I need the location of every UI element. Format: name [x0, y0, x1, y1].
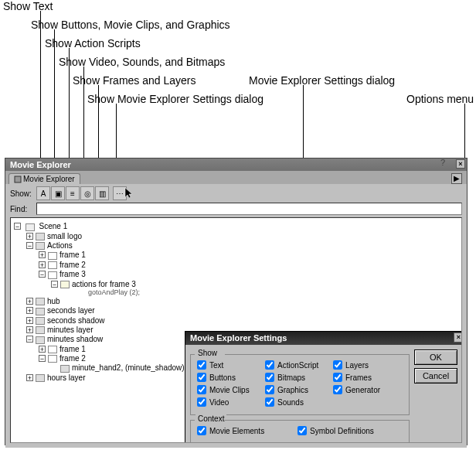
scene-icon [26, 223, 35, 231]
find-input[interactable] [36, 203, 462, 215]
tree-label: frame 1 [60, 345, 86, 353]
check-graphics[interactable]: Graphics [265, 385, 333, 394]
check-buttons-box[interactable] [197, 373, 206, 382]
check-generator-box[interactable] [333, 385, 342, 394]
symbol-icon [36, 233, 45, 240]
layer-icon [36, 298, 45, 305]
check-movie-elements-box[interactable] [197, 426, 206, 435]
check-sounds[interactable]: Sounds [265, 397, 333, 407]
show-symbols-button[interactable]: ▣ [51, 186, 65, 200]
dialog-left-column: Show Text ActionScript Layers Buttons Bi… [190, 349, 410, 443]
check-label: Bitmaps [277, 373, 305, 382]
ok-button[interactable]: OK [414, 349, 457, 365]
expand-icon[interactable]: + [39, 346, 46, 353]
movie-explorer-tab-icon [14, 176, 22, 183]
check-sounds-box[interactable] [265, 397, 274, 407]
expand-icon[interactable]: + [26, 317, 33, 324]
layer-icon [36, 326, 45, 334]
tree-label: Scene 1 [39, 222, 68, 230]
layer-icon [36, 242, 45, 250]
frame-icon [48, 271, 57, 279]
check-generator[interactable]: Generator [333, 385, 401, 394]
check-symbol-definitions-box[interactable] [298, 426, 307, 435]
callout-settings-dialog: Movie Explorer Settings dialog [249, 74, 395, 87]
check-bitmaps-box[interactable] [265, 373, 274, 382]
cancel-button[interactable]: Cancel [414, 368, 457, 384]
check-frames-box[interactable] [333, 373, 342, 382]
check-movie-clips-box[interactable] [197, 385, 206, 394]
symbols-icon: ▣ [55, 189, 62, 198]
callout-show-settings: Show Movie Explorer Settings dialog [87, 93, 264, 105]
check-movie-elements[interactable]: Movie Elements [197, 426, 298, 435]
expand-icon[interactable]: + [26, 307, 33, 314]
expand-icon[interactable]: + [39, 251, 46, 258]
collapse-icon[interactable]: − [14, 223, 21, 230]
options-menu-button[interactable]: ▶ [451, 173, 462, 184]
show-checks: Text ActionScript Layers Buttons Bitmaps… [197, 359, 403, 408]
collapse-icon[interactable]: − [26, 336, 33, 343]
help-icon[interactable]: ? [437, 158, 448, 169]
check-label: Text [209, 361, 223, 370]
show-media-button[interactable]: ◎ [80, 186, 94, 200]
tab-label: Movie Explorer [23, 175, 75, 183]
expand-icon[interactable]: + [26, 233, 33, 240]
check-actionscript[interactable]: ActionScript [265, 360, 333, 370]
show-text-button[interactable]: A [36, 186, 50, 200]
tree-node[interactable]: +seconds shadow [26, 316, 458, 325]
check-graphics-box[interactable] [265, 385, 274, 394]
frames-icon: ▥ [99, 189, 106, 198]
cancel-label: Cancel [423, 371, 449, 380]
expand-icon[interactable]: + [39, 261, 46, 268]
check-label: Buttons [209, 373, 236, 382]
collapse-icon[interactable]: − [51, 281, 58, 288]
dialog-close-button[interactable]: × [454, 332, 462, 343]
show-label: Show: [10, 189, 36, 198]
tree-node-actions-frame3[interactable]: −actions for frame 3 gotoAndPlay (2); [51, 280, 458, 296]
tree-node[interactable]: +frame 2 [39, 261, 458, 269]
show-frames-button[interactable]: ▥ [95, 186, 109, 200]
check-text-box[interactable] [197, 360, 206, 370]
check-label: Graphics [277, 386, 308, 394]
show-scripts-button[interactable]: ≡ [66, 186, 80, 200]
check-label: Layers [345, 361, 369, 370]
expand-icon[interactable]: + [26, 326, 33, 333]
panel-close-button[interactable]: × [456, 159, 465, 169]
check-video-box[interactable] [197, 397, 206, 407]
tree-label: actions for frame 3 [72, 280, 136, 288]
tree-node[interactable]: +frame 1 [39, 251, 458, 259]
check-symbol-definitions[interactable]: Symbol Definitions [298, 426, 398, 435]
tree-node[interactable]: +seconds layer [26, 306, 458, 315]
check-bitmaps[interactable]: Bitmaps [265, 373, 333, 382]
tree-node[interactable]: +small logo [26, 232, 458, 240]
check-actionscript-box[interactable] [265, 360, 274, 370]
expand-icon[interactable]: + [26, 298, 33, 305]
check-layers[interactable]: Layers [333, 360, 401, 370]
tree-node[interactable]: +hub [26, 297, 458, 305]
svg-rect-0 [15, 176, 21, 182]
check-video[interactable]: Video [197, 397, 265, 407]
check-frames[interactable]: Frames [333, 373, 401, 382]
check-text[interactable]: Text [197, 360, 265, 370]
expand-icon[interactable]: + [26, 374, 33, 381]
tree-node-frame3[interactable]: −frame 3 −actions for frame 3 gotoAndPla… [39, 270, 458, 296]
tab-movie-explorer[interactable]: Movie Explorer [8, 173, 80, 184]
layer-icon [36, 308, 45, 315]
tree-area[interactable]: − Scene 1 +small logo −Actions +frame 1 … [10, 217, 462, 443]
check-buttons[interactable]: Buttons [197, 373, 265, 382]
svg-marker-1 [125, 188, 132, 198]
panel-body: Show: A ▣ ≡ ◎ ▥ ⋯ Find: − Scen [5, 184, 467, 448]
tree-node-actions[interactable]: −Actions +frame 1 +frame 2 −frame 3 −act… [26, 241, 458, 296]
layer-icon [36, 336, 45, 344]
collapse-icon[interactable]: − [26, 242, 33, 249]
tree-label: seconds layer [47, 306, 95, 315]
check-layers-box[interactable] [333, 360, 342, 370]
callout-show-frames: Show Frames and Layers [73, 74, 196, 87]
check-movie-clips[interactable]: Movie Clips [197, 385, 265, 394]
collapse-icon[interactable]: − [39, 271, 46, 278]
collapse-icon[interactable]: − [39, 355, 46, 362]
text-icon: A [41, 189, 46, 198]
context-checks: Movie Elements Symbol Definitions [197, 424, 403, 437]
check-label: Symbol Definitions [310, 427, 374, 435]
check-label: Movie Clips [209, 386, 250, 394]
settings-icon: ⋯ [116, 189, 124, 198]
